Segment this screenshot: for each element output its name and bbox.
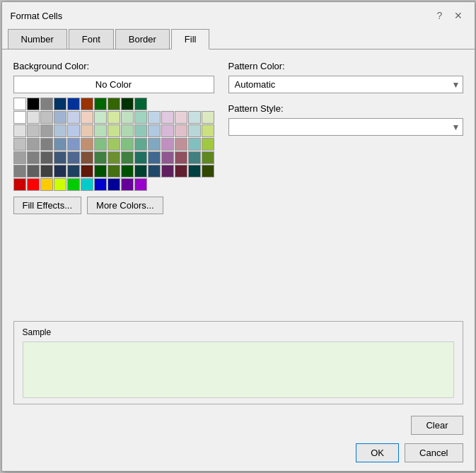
- color-cell[interactable]: [108, 165, 120, 177]
- color-cell[interactable]: [13, 124, 26, 137]
- color-cell[interactable]: [121, 111, 134, 124]
- color-cell[interactable]: [161, 111, 174, 124]
- color-cell[interactable]: [121, 138, 134, 151]
- color-cell[interactable]: [94, 165, 107, 177]
- color-cell[interactable]: [13, 151, 26, 164]
- color-cell[interactable]: [188, 151, 201, 164]
- color-cell[interactable]: [134, 98, 147, 110]
- color-cell[interactable]: [188, 124, 201, 137]
- color-cell[interactable]: [54, 178, 66, 191]
- color-cell[interactable]: [108, 138, 120, 151]
- color-cell[interactable]: [121, 178, 134, 191]
- more-colors-button[interactable]: More Colors...: [87, 197, 163, 214]
- pattern-style-select[interactable]: [228, 118, 463, 136]
- color-cell[interactable]: [188, 111, 201, 124]
- color-cell[interactable]: [108, 178, 120, 191]
- color-cell[interactable]: [121, 165, 134, 177]
- color-cell[interactable]: [54, 111, 66, 124]
- color-cell[interactable]: [108, 151, 120, 164]
- color-cell[interactable]: [81, 124, 93, 137]
- color-cell[interactable]: [81, 111, 93, 124]
- color-cell[interactable]: [13, 178, 26, 191]
- color-cell[interactable]: [40, 98, 53, 110]
- color-cell[interactable]: [108, 111, 120, 124]
- color-cell[interactable]: [134, 165, 147, 177]
- color-cell[interactable]: [121, 151, 134, 164]
- color-cell[interactable]: [148, 138, 161, 151]
- color-cell[interactable]: [13, 111, 26, 124]
- color-cell[interactable]: [13, 98, 26, 110]
- color-cell[interactable]: [94, 124, 107, 137]
- no-color-button[interactable]: No Color: [13, 76, 214, 93]
- color-cell[interactable]: [40, 138, 53, 151]
- color-cell[interactable]: [148, 165, 161, 177]
- color-cell[interactable]: [202, 124, 214, 137]
- color-cell[interactable]: [202, 151, 214, 164]
- color-cell[interactable]: [27, 165, 40, 177]
- color-cell[interactable]: [40, 111, 53, 124]
- close-button[interactable]: ✕: [451, 8, 466, 23]
- color-cell[interactable]: [94, 111, 107, 124]
- tab-border[interactable]: Border: [115, 29, 170, 49]
- pattern-color-select[interactable]: Automatic: [228, 76, 463, 93]
- help-button[interactable]: ?: [432, 8, 448, 23]
- color-cell[interactable]: [67, 165, 80, 177]
- color-cell[interactable]: [175, 138, 187, 151]
- color-cell[interactable]: [54, 124, 66, 137]
- color-cell[interactable]: [13, 138, 26, 151]
- color-cell[interactable]: [40, 178, 53, 191]
- color-cell[interactable]: [54, 165, 66, 177]
- color-cell[interactable]: [134, 178, 147, 191]
- color-cell[interactable]: [81, 178, 93, 191]
- color-cell[interactable]: [134, 151, 147, 164]
- color-cell[interactable]: [27, 111, 40, 124]
- color-cell[interactable]: [81, 138, 93, 151]
- clear-button[interactable]: Clear: [411, 416, 463, 435]
- color-cell[interactable]: [94, 151, 107, 164]
- color-cell[interactable]: [67, 151, 80, 164]
- ok-button[interactable]: OK: [356, 443, 399, 462]
- color-cell[interactable]: [202, 138, 214, 151]
- tab-font[interactable]: Font: [69, 29, 114, 49]
- color-cell[interactable]: [54, 138, 66, 151]
- color-cell[interactable]: [161, 138, 174, 151]
- color-cell[interactable]: [108, 98, 120, 110]
- cancel-button[interactable]: Cancel: [405, 443, 463, 462]
- tab-number[interactable]: Number: [8, 29, 67, 49]
- color-cell[interactable]: [81, 98, 93, 110]
- color-cell[interactable]: [148, 124, 161, 137]
- color-cell[interactable]: [67, 178, 80, 191]
- color-cell[interactable]: [161, 124, 174, 137]
- color-cell[interactable]: [134, 111, 147, 124]
- tab-fill[interactable]: Fill: [171, 29, 210, 49]
- color-cell[interactable]: [188, 165, 201, 177]
- color-cell[interactable]: [54, 151, 66, 164]
- color-cell[interactable]: [67, 124, 80, 137]
- color-cell[interactable]: [27, 124, 40, 137]
- color-cell[interactable]: [94, 98, 107, 110]
- color-cell[interactable]: [175, 165, 187, 177]
- color-cell[interactable]: [148, 111, 161, 124]
- fill-effects-button[interactable]: Fill Effects...: [13, 197, 82, 214]
- color-cell[interactable]: [94, 138, 107, 151]
- color-cell[interactable]: [121, 98, 134, 110]
- color-cell[interactable]: [108, 124, 120, 137]
- color-cell[interactable]: [134, 124, 147, 137]
- color-cell[interactable]: [27, 178, 40, 191]
- color-cell[interactable]: [13, 165, 26, 177]
- color-cell[interactable]: [161, 151, 174, 164]
- color-cell[interactable]: [27, 151, 40, 164]
- color-cell[interactable]: [134, 138, 147, 151]
- color-cell[interactable]: [40, 124, 53, 137]
- color-cell[interactable]: [27, 138, 40, 151]
- color-cell[interactable]: [81, 165, 93, 177]
- color-cell[interactable]: [94, 178, 107, 191]
- color-cell[interactable]: [40, 165, 53, 177]
- color-cell[interactable]: [67, 111, 80, 124]
- color-cell[interactable]: [148, 151, 161, 164]
- color-cell[interactable]: [27, 98, 40, 110]
- color-cell[interactable]: [175, 151, 187, 164]
- color-cell[interactable]: [121, 124, 134, 137]
- color-cell[interactable]: [81, 151, 93, 164]
- color-cell[interactable]: [188, 138, 201, 151]
